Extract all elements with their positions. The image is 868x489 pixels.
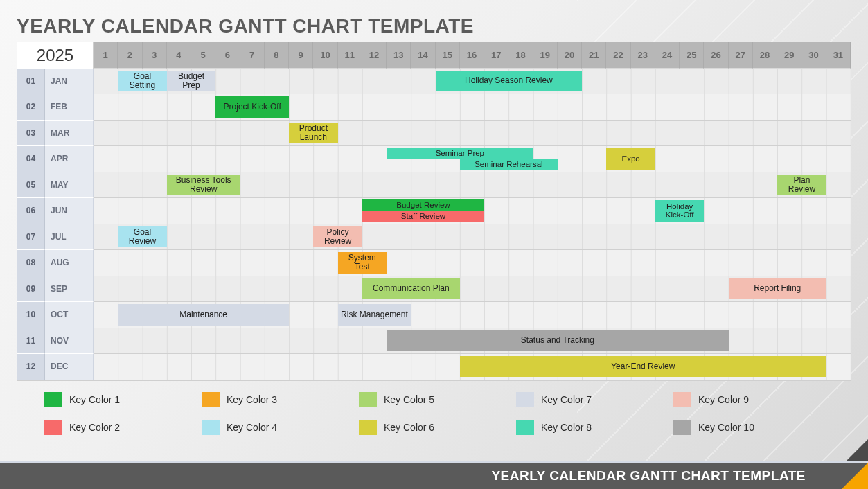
month-label: MAY (45, 172, 94, 199)
day-header: 2 (118, 42, 142, 69)
day-header: 18 (508, 42, 533, 69)
gantt-task[interactable]: Goal Setting (118, 71, 167, 92)
legend-item: Key Color 9 (673, 392, 824, 407)
legend-label: Key Color 2 (69, 422, 120, 433)
legend-item: Key Color 10 (673, 420, 824, 435)
month-track: Year-End Review (94, 354, 851, 380)
month-number: 10 (17, 302, 45, 328)
month-label: DEC (45, 354, 94, 380)
day-header: 27 (729, 42, 753, 69)
gantt-task[interactable]: Product Launch (289, 123, 338, 144)
day-header: 24 (655, 42, 680, 69)
month-label: AUG (45, 250, 94, 276)
gantt-task[interactable]: Budget Prep (167, 71, 216, 92)
gantt-task[interactable]: Status and Tracking (387, 330, 729, 352)
month-track: Goal SettingBudget PrepHoliday Season Re… (94, 69, 851, 95)
footer-accent-orange (842, 463, 868, 489)
legend-label: Key Color 7 (541, 394, 592, 405)
gantt-month-row: 01JANGoal SettingBudget PrepHoliday Seas… (17, 69, 851, 95)
legend-label: Key Color 8 (541, 422, 592, 433)
gantt-month-row: 10OCTMaintenanceRisk Management (17, 302, 851, 328)
page-title: YEARLY CALENDAR GANTT CHART TEMPLATE (17, 15, 851, 37)
gantt-task[interactable]: Maintenance (118, 304, 289, 326)
day-header: 26 (704, 42, 728, 69)
day-header: 19 (533, 42, 558, 69)
month-label: JAN (45, 69, 94, 95)
gantt-task[interactable]: Year-End Review (460, 356, 826, 377)
month-label: NOV (45, 328, 94, 355)
month-track: MaintenanceRisk Management (94, 302, 851, 328)
month-number: 12 (17, 354, 45, 380)
day-header: 21 (582, 42, 606, 69)
month-track: Seminar PrepSeminar RehearsalExpo (94, 146, 851, 172)
gantt-task[interactable]: System Test (338, 252, 387, 274)
legend-swatch (359, 392, 377, 407)
gantt-task[interactable]: Communication Plan (362, 278, 460, 300)
legend-swatch (44, 392, 62, 407)
legend-label: Key Color 9 (698, 394, 749, 405)
day-header: 6 (215, 42, 240, 69)
gantt-month-row: 03MARProduct Launch (17, 121, 851, 147)
day-header: 30 (801, 42, 826, 69)
gantt-task[interactable]: Budget Review (362, 199, 484, 211)
gantt-task[interactable]: Seminar Prep (387, 148, 533, 159)
gantt-month-row: 08AUGSystem Test (17, 250, 851, 276)
legend-label: Key Color 5 (384, 394, 434, 405)
month-label: FEB (45, 94, 94, 121)
gantt-task[interactable]: Holiday Season Review (436, 71, 583, 92)
gantt-task[interactable]: Plan Review (777, 175, 826, 196)
gantt-task[interactable]: Seminar Rehearsal (460, 159, 558, 170)
day-header: 3 (143, 42, 167, 69)
gantt-month-row: 09SEPCommunication PlanReport Filing (17, 276, 851, 303)
month-number: 04 (17, 146, 45, 172)
day-header: 28 (753, 42, 777, 69)
legend-item: Key Color 2 (44, 420, 195, 435)
month-label: SEP (45, 276, 94, 303)
gantt-task[interactable]: Goal Review (118, 226, 167, 248)
gantt-task[interactable]: Policy Review (313, 226, 362, 248)
month-number: 03 (17, 121, 45, 147)
gantt-task[interactable]: Holiday Kick-Off (655, 200, 705, 222)
gantt-task[interactable]: Report Filing (729, 278, 826, 300)
month-number: 02 (17, 94, 45, 121)
month-label: MAR (45, 121, 94, 147)
legend-item: Key Color 8 (516, 420, 666, 435)
gantt-task[interactable]: Risk Management (338, 304, 411, 326)
month-label: JUL (45, 224, 94, 251)
legend-swatch (673, 420, 691, 435)
gantt-task[interactable]: Business Tools Review (167, 175, 240, 196)
month-track: Project Kick-Off (94, 94, 851, 121)
month-track: Status and Tracking (94, 328, 851, 355)
day-header: 10 (313, 42, 337, 69)
day-header: 1 (94, 42, 118, 69)
month-number: 06 (17, 198, 45, 224)
gantt-task[interactable]: Project Kick-Off (215, 96, 289, 118)
day-header: 29 (777, 42, 801, 69)
day-header: 16 (460, 42, 484, 69)
day-header: 4 (167, 42, 191, 69)
gantt-task[interactable]: Staff Review (362, 211, 484, 222)
legend-swatch (44, 420, 62, 435)
month-number: 11 (17, 328, 45, 355)
month-number: 07 (17, 224, 45, 251)
day-header: 31 (826, 42, 851, 69)
gantt-chart: 2025 12345678910111213141516171819202122… (17, 42, 851, 381)
month-number: 05 (17, 172, 45, 199)
day-header: 5 (191, 42, 215, 69)
day-header: 8 (265, 42, 289, 69)
gantt-month-row: 11NOVStatus and Tracking (17, 328, 851, 355)
legend-swatch (202, 392, 220, 407)
footer-title: YEARLY CALENDAR GANTT CHART TEMPLATE (491, 468, 806, 483)
gantt-month-row: 05MAYBusiness Tools ReviewPlan Review (17, 172, 851, 199)
day-header: 12 (362, 42, 387, 69)
month-track: Budget ReviewStaff ReviewHoliday Kick-Of… (94, 198, 851, 224)
gantt-task[interactable]: Expo (606, 148, 655, 170)
legend-item: Key Color 5 (359, 392, 509, 407)
day-header: 15 (436, 42, 460, 69)
gantt-month-row: 06JUNBudget ReviewStaff ReviewHoliday Ki… (17, 198, 851, 224)
day-header: 17 (484, 42, 508, 69)
gantt-month-row: 12DECYear-End Review (17, 354, 851, 380)
month-number: 08 (17, 250, 45, 276)
legend-label: Key Color 3 (227, 394, 277, 405)
legend-swatch (516, 420, 534, 435)
